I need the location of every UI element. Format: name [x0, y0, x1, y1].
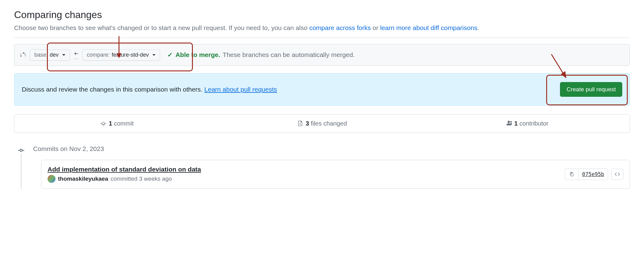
annotation-arrow-1 — [116, 36, 122, 58]
commit-meta: thomaskileyukaea committed 3 weeks ago — [48, 175, 201, 183]
stat-files-changed[interactable]: 3 files changed — [220, 115, 425, 133]
branch-selectors: base: dev … compare: feature-std-dev — [30, 49, 160, 61]
svg-point-4 — [20, 149, 22, 152]
avatar[interactable] — [48, 175, 56, 183]
subtitle-mid: or — [373, 24, 380, 31]
diff-comparisons-link[interactable]: learn more about diff comparisons — [380, 24, 477, 31]
check-icon: ✓ — [167, 51, 173, 58]
commits-count: 1 — [109, 120, 112, 127]
stat-commits[interactable]: 1 commit — [14, 115, 220, 133]
sha-link[interactable]: 075e95b — [578, 168, 608, 180]
files-label: files changed — [311, 120, 347, 127]
commit-author-link[interactable]: thomaskileyukaea — [58, 175, 108, 182]
commit-dot-icon — [18, 147, 24, 153]
commit-title-link[interactable]: Add implementation of standard deviation… — [48, 166, 201, 173]
discuss-text: Discuss and review the changes in this c… — [22, 86, 277, 93]
contrib-label: contributor — [519, 120, 549, 127]
timeline-date: Commits on Nov 2, 2023 — [33, 145, 630, 153]
discuss-box: Discuss and review the changes in this c… — [14, 73, 630, 106]
caret-down-icon — [62, 54, 65, 56]
range-editor: base: dev … compare: feature-std-dev ✓ A… — [14, 44, 630, 66]
discuss-text-body: Discuss and review the changes in this c… — [22, 86, 204, 93]
arrow-left-icon: … — [73, 51, 79, 59]
commit-time: committed 3 weeks ago — [111, 175, 172, 182]
base-branch-selector[interactable]: base: dev — [30, 49, 70, 61]
commit-card: Add implementation of standard deviation… — [41, 160, 630, 189]
copy-icon — [569, 171, 574, 177]
caret-down-icon — [152, 54, 155, 56]
commits-label: commit — [114, 120, 133, 127]
git-compare-icon — [20, 52, 26, 58]
merge-status: ✓ Able to merge. These branches can be a… — [167, 51, 355, 58]
browse-code-button[interactable] — [611, 169, 623, 180]
code-icon — [615, 171, 620, 177]
subtitle-text: Choose two branches to see what's change… — [14, 24, 309, 31]
learn-pull-requests-link[interactable]: Learn about pull requests — [204, 86, 277, 93]
base-label: base: — [34, 52, 48, 58]
commits-timeline: Commits on Nov 2, 2023 Add implementatio… — [14, 145, 630, 189]
compare-label: compare: — [87, 52, 110, 58]
create-pull-request-button[interactable]: Create pull request — [560, 82, 622, 97]
files-count: 3 — [306, 120, 309, 127]
stats-bar: 1 commit 3 files changed 1 contributor — [14, 114, 630, 133]
merge-able-rest: These branches can be automatically merg… — [223, 51, 355, 58]
base-value: dev — [50, 52, 59, 58]
file-diff-icon — [297, 120, 303, 126]
stat-contributors[interactable]: 1 contributor — [424, 115, 630, 133]
page-subtitle: Choose two branches to see what's change… — [14, 23, 630, 38]
svg-marker-1 — [117, 53, 121, 58]
people-icon — [506, 120, 512, 126]
contrib-count: 1 — [514, 120, 518, 127]
subtitle-end: . — [477, 24, 479, 31]
commit-icon — [100, 120, 106, 126]
sha-group: 075e95b — [565, 168, 608, 180]
timeline-commit-marker — [18, 147, 25, 154]
page-title: Comparing changes — [14, 9, 630, 21]
svg-marker-3 — [561, 71, 566, 78]
compare-forks-link[interactable]: compare across forks — [309, 24, 371, 31]
merge-able-label: Able to merge. — [175, 51, 220, 58]
copy-sha-button[interactable] — [565, 168, 578, 180]
